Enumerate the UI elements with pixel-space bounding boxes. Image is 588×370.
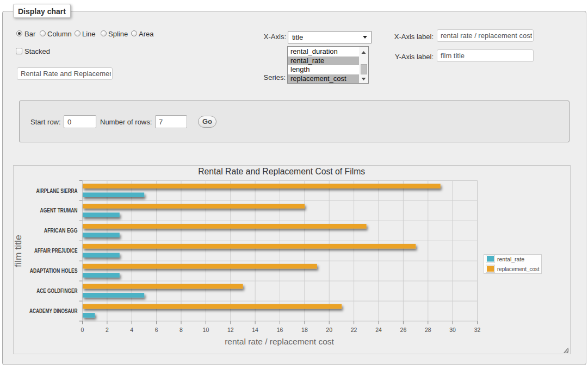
svg-text:12: 12 bbox=[227, 327, 234, 333]
svg-text:AGENT TRUMAN: AGENT TRUMAN bbox=[40, 207, 78, 214]
svg-text:26: 26 bbox=[400, 327, 407, 333]
svg-text:8: 8 bbox=[180, 327, 183, 333]
svg-text:Rental Rate and Replacement Co: Rental Rate and Replacement Cost of Film… bbox=[198, 167, 365, 176]
svg-text:14: 14 bbox=[252, 327, 258, 333]
svg-text:AFRICAN EGG: AFRICAN EGG bbox=[44, 227, 78, 234]
svg-text:2: 2 bbox=[106, 327, 109, 333]
svg-text:18: 18 bbox=[301, 327, 308, 333]
svg-text:rental_rate: rental_rate bbox=[497, 256, 524, 262]
svg-text:16: 16 bbox=[277, 327, 283, 333]
svg-text:6: 6 bbox=[155, 327, 158, 333]
svg-text:0: 0 bbox=[81, 327, 84, 333]
svg-text:22: 22 bbox=[351, 327, 357, 333]
svg-text:20: 20 bbox=[326, 327, 332, 333]
svg-text:32: 32 bbox=[474, 327, 481, 333]
svg-text:24: 24 bbox=[375, 327, 382, 333]
svg-text:ADAPTATION HOLES: ADAPTATION HOLES bbox=[30, 267, 78, 274]
svg-text:28: 28 bbox=[425, 327, 431, 333]
svg-text:30: 30 bbox=[449, 327, 456, 333]
svg-text:ACADEMY DINOSAUR: ACADEMY DINOSAUR bbox=[29, 308, 78, 314]
svg-text:10: 10 bbox=[203, 327, 209, 333]
svg-text:AIRPLANE SIERRA: AIRPLANE SIERRA bbox=[36, 187, 78, 194]
svg-text:replacement_cost: replacement_cost bbox=[497, 266, 540, 272]
svg-text:4: 4 bbox=[130, 327, 133, 333]
svg-text:rental rate / replacement cost: rental rate / replacement cost bbox=[225, 337, 334, 346]
svg-text:film title: film title bbox=[14, 235, 23, 267]
svg-text:ACE GOLDFINGER: ACE GOLDFINGER bbox=[36, 287, 78, 294]
svg-text:AFFAIR PREJUDICE: AFFAIR PREJUDICE bbox=[34, 247, 77, 254]
